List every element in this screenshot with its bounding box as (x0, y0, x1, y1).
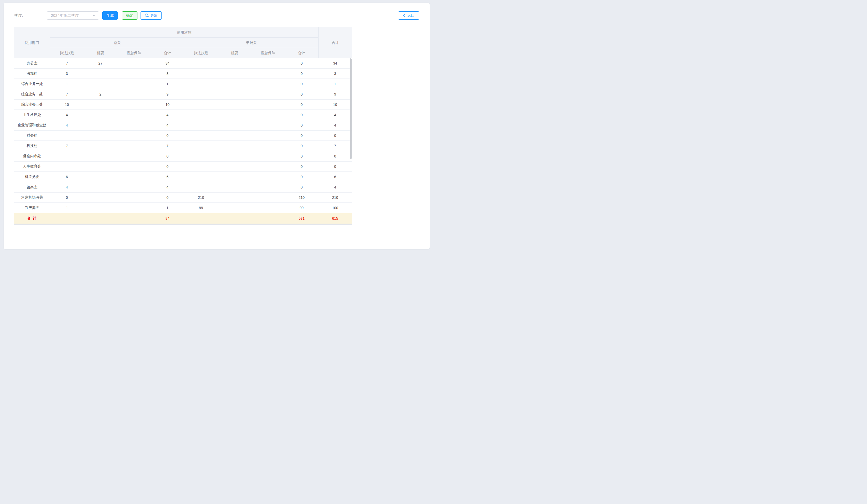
back-button[interactable]: 返回 (398, 11, 419, 20)
value-cell: 9 (151, 89, 184, 99)
value-cell: 34 (318, 58, 352, 68)
value-cell: 615 (318, 213, 352, 223)
dept-cell: 合 计 (14, 213, 50, 223)
value-cell: 0 (285, 151, 318, 161)
value-cell: 0 (285, 89, 318, 99)
export-button-label: 导出 (150, 14, 158, 17)
value-cell (218, 131, 251, 141)
horizontal-scrollbar-track[interactable] (14, 223, 352, 224)
table-row: 兴庆海关119999100 (14, 203, 352, 213)
value-cell (184, 79, 218, 89)
dept-cell: 财务处 (14, 131, 50, 141)
value-cell (184, 131, 218, 141)
quarter-select[interactable]: 2024年第二季度 (47, 11, 99, 20)
value-cell: 1 (151, 203, 184, 213)
value-cell (251, 131, 285, 141)
value-cell (218, 172, 251, 182)
value-cell (117, 120, 151, 130)
value-cell: 0 (318, 131, 352, 141)
value-cell: 0 (285, 172, 318, 182)
generate-button[interactable]: 生成 (102, 11, 118, 20)
value-cell (218, 141, 251, 151)
value-cell (251, 213, 285, 223)
table-row: 人事教育处000 (14, 162, 352, 172)
value-cell: 7 (50, 89, 84, 99)
header-dept: 使用部门 (14, 28, 50, 58)
value-cell: 100 (318, 203, 352, 213)
value-cell: 0 (151, 131, 184, 141)
value-cell (117, 69, 151, 78)
table-row: 企业管理和稽查处4404 (14, 120, 352, 131)
value-cell (84, 110, 117, 120)
value-cell (117, 100, 151, 109)
export-database-icon (145, 13, 149, 18)
value-cell: 4 (50, 120, 84, 130)
table-row: 法规处3303 (14, 69, 352, 79)
toolbar: 季度: 2024年第二季度 生成 确定 导出 (14, 11, 419, 20)
confirm-button[interactable]: 确定 (122, 11, 137, 20)
value-cell: 10 (151, 100, 184, 109)
value-cell (251, 182, 285, 192)
vertical-scrollbar-thumb[interactable] (350, 58, 352, 159)
value-cell (218, 79, 251, 89)
dept-cell: 法规处 (14, 69, 50, 78)
value-cell (218, 69, 251, 78)
value-cell: 0 (285, 79, 318, 89)
value-cell: 0 (151, 162, 184, 172)
dept-cell: 督察内审处 (14, 151, 50, 161)
value-cell: 4 (151, 120, 184, 130)
value-cell (218, 120, 251, 130)
value-cell (184, 69, 218, 78)
value-cell: 6 (318, 172, 352, 182)
value-cell (84, 213, 117, 223)
value-cell: 1 (50, 79, 84, 89)
value-cell (117, 213, 151, 223)
value-cell (117, 203, 151, 213)
value-cell (84, 162, 117, 172)
table-row: 办公室72734034 (14, 58, 352, 69)
value-cell (117, 193, 151, 202)
value-cell (50, 162, 84, 172)
dept-cell: 科技处 (14, 141, 50, 151)
value-cell: 10 (50, 100, 84, 109)
value-cell (218, 182, 251, 192)
value-cell: 4 (318, 110, 352, 120)
value-cell (84, 79, 117, 89)
value-cell: 0 (151, 151, 184, 161)
value-cell: 6 (50, 172, 84, 182)
value-cell: 210 (318, 193, 352, 202)
value-cell: 4 (50, 182, 84, 192)
value-cell: 10 (318, 100, 352, 109)
value-cell (117, 89, 151, 99)
export-button[interactable]: 导出 (140, 11, 162, 20)
back-button-label: 返回 (407, 14, 415, 17)
value-cell (84, 120, 117, 130)
chevron-down-icon (93, 14, 96, 17)
value-cell (184, 141, 218, 151)
dept-cell: 卫生检疫处 (14, 110, 50, 120)
usage-table: 使用部门 使用次数 总关 隶属关 执法执勤 机要 应急保障 合计 执法执勤 机要… (14, 27, 352, 225)
value-cell: 4 (151, 110, 184, 120)
table-row: 监察室4404 (14, 182, 352, 193)
value-cell: 0 (285, 162, 318, 172)
value-cell: 1 (318, 79, 352, 89)
table-total-row: 合 计84531615 (14, 213, 352, 223)
dept-cell: 机关党委 (14, 172, 50, 182)
value-cell (184, 120, 218, 130)
value-cell (84, 100, 117, 109)
dept-cell: 综合业务一处 (14, 79, 50, 89)
value-cell (84, 203, 117, 213)
header-hq-law: 执法执勤 (50, 48, 84, 58)
quarter-label: 季度: (14, 13, 23, 18)
value-cell: 99 (184, 203, 218, 213)
value-cell (184, 100, 218, 109)
value-cell (251, 141, 285, 151)
value-cell: 210 (184, 193, 218, 202)
value-cell (251, 162, 285, 172)
value-cell: 0 (285, 58, 318, 68)
value-cell (184, 213, 218, 223)
table-row: 科技处7707 (14, 141, 352, 151)
value-cell: 7 (50, 58, 84, 68)
value-cell: 99 (285, 203, 318, 213)
value-cell (251, 120, 285, 130)
